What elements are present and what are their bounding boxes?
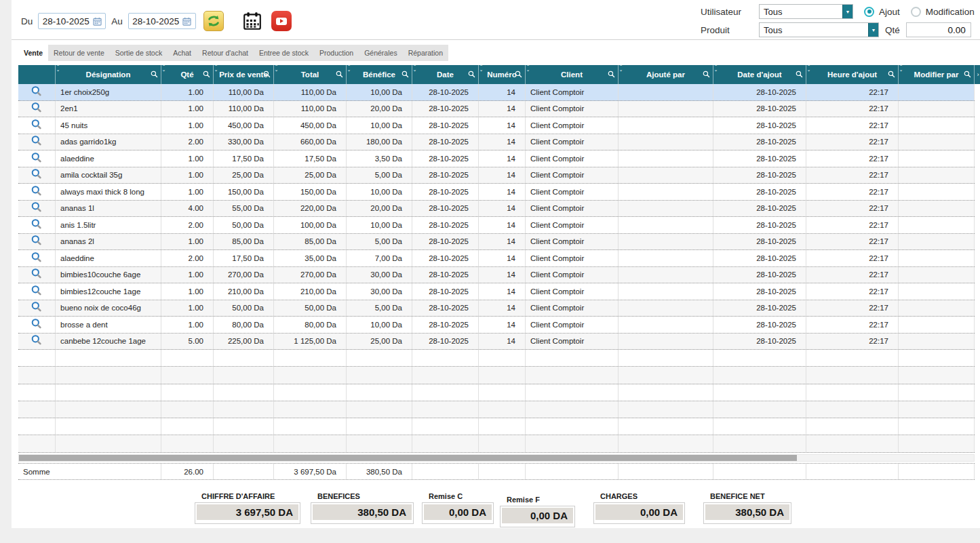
column-header-designation[interactable]: ⌃⌄Désignation bbox=[56, 65, 161, 84]
column-search-icon[interactable] bbox=[608, 71, 615, 79]
row-view-cell[interactable] bbox=[18, 184, 56, 200]
column-header-client[interactable]: ⌃⌄Client bbox=[526, 65, 619, 84]
column-header-ajoute-par[interactable]: ⌃⌄Ajouté par bbox=[619, 65, 713, 84]
row-view-cell[interactable] bbox=[18, 150, 56, 167]
row-view-cell[interactable] bbox=[18, 101, 56, 117]
chevron-down-icon[interactable]: ▼ bbox=[842, 5, 852, 18]
tab-achat[interactable]: Achat bbox=[168, 45, 197, 61]
tab-retour-d-achat[interactable]: Retour d'achat bbox=[197, 45, 254, 61]
tab-vente[interactable]: Vente bbox=[18, 45, 48, 61]
column-header-date-d-ajout[interactable]: ⌃⌄Date d'ajout bbox=[713, 65, 806, 84]
tab-sortie-de-stock[interactable]: Sortie de stock bbox=[110, 45, 168, 61]
column-header-total[interactable]: ⌃⌄Total bbox=[274, 65, 347, 84]
calendar-button[interactable] bbox=[241, 10, 263, 32]
magnifier-icon[interactable] bbox=[31, 168, 43, 182]
column-search-icon[interactable] bbox=[468, 71, 475, 79]
magnifier-icon[interactable] bbox=[31, 102, 43, 115]
table-row[interactable]: canbebe 12couche 1age5.00225,00 Da1 125,… bbox=[18, 334, 975, 350]
magnifier-icon[interactable] bbox=[31, 201, 43, 215]
magnifier-icon[interactable] bbox=[31, 152, 43, 165]
scroll-right-button[interactable]: › bbox=[975, 65, 980, 84]
magnifier-icon[interactable] bbox=[31, 318, 43, 331]
column-search-icon[interactable] bbox=[703, 71, 710, 79]
column-search-icon[interactable] bbox=[263, 71, 271, 79]
column-header-prix-de-vente[interactable]: ⌃⌄Prix de vente bbox=[214, 65, 274, 84]
table-row[interactable]: 1er choix250g1.00110,00 Da110,00 Da10,00… bbox=[18, 84, 975, 101]
row-view-cell[interactable] bbox=[18, 317, 56, 333]
empty-cell bbox=[412, 350, 479, 366]
tab-production[interactable]: Production bbox=[314, 45, 359, 61]
magnifier-icon[interactable] bbox=[31, 252, 43, 265]
column-search-icon[interactable] bbox=[888, 71, 895, 79]
row-view-cell[interactable] bbox=[18, 334, 56, 350]
row-view-cell[interactable] bbox=[18, 234, 56, 250]
table-row[interactable]: anis 1.5litr2.0050,00 Da100,00 Da10,00 D… bbox=[18, 217, 975, 234]
scrollbar-thumb[interactable] bbox=[19, 455, 797, 461]
row-view-cell[interactable] bbox=[18, 300, 56, 317]
column-header-numero[interactable]: ⌃⌄Numéro bbox=[479, 65, 526, 84]
qte-input[interactable] bbox=[906, 22, 971, 37]
produit-select[interactable]: Tous ▼ bbox=[759, 22, 879, 37]
tab-entree-de-stock[interactable]: Entree de stock bbox=[254, 45, 314, 61]
tab-retour-de-vente[interactable]: Retour de vente bbox=[48, 45, 110, 61]
table-row[interactable]: bimbies10couche 6age1.00270,00 Da270,00 … bbox=[18, 267, 975, 284]
column-header-label: Bénéfice bbox=[363, 71, 395, 79]
row-view-cell[interactable] bbox=[18, 283, 56, 300]
row-view-cell[interactable] bbox=[18, 167, 56, 184]
column-search-icon[interactable] bbox=[336, 71, 343, 79]
row-view-cell[interactable] bbox=[18, 250, 56, 266]
row-view-cell[interactable] bbox=[18, 134, 56, 150]
du-date-input[interactable]: 28-10-2025 bbox=[38, 13, 106, 29]
column-header-modifier-par[interactable]: ⌃⌄Modifier par bbox=[899, 65, 975, 84]
horizontal-scrollbar[interactable] bbox=[18, 454, 975, 462]
utilisateur-select[interactable]: Tous ▼ bbox=[759, 4, 853, 19]
row-view-cell[interactable] bbox=[18, 217, 56, 233]
column-search-icon[interactable] bbox=[401, 71, 409, 79]
table-row[interactable]: bueno noix de coco46g1.0050,00 Da50,00 D… bbox=[18, 300, 975, 317]
column-header-benefice[interactable]: ⌃⌄Bénéfice bbox=[347, 65, 412, 84]
tab-generales[interactable]: Générales bbox=[359, 45, 402, 61]
refresh-button[interactable] bbox=[203, 11, 224, 31]
row-view-cell[interactable] bbox=[18, 201, 56, 217]
magnifier-icon[interactable] bbox=[31, 135, 43, 148]
column-header-date[interactable]: ⌃⌄Date bbox=[412, 65, 479, 84]
table-row[interactable]: 2en11.00110,00 Da110,00 Da20,00 Da28-10-… bbox=[18, 101, 975, 118]
magnifier-icon[interactable] bbox=[31, 301, 43, 315]
magnifier-icon[interactable] bbox=[31, 268, 43, 281]
table-row[interactable]: ananas 1l4.0055,00 Da220,00 Da20,00 Da28… bbox=[18, 201, 975, 218]
cell-date-d-ajout: 28-10-2025 bbox=[713, 250, 806, 266]
table-row[interactable]: ananas 2l1.0085,00 Da85,00 Da5,00 Da28-1… bbox=[18, 234, 975, 251]
column-header-qte[interactable]: ⌃⌄Qté bbox=[161, 65, 214, 84]
magnifier-icon[interactable] bbox=[31, 218, 43, 232]
youtube-button[interactable] bbox=[271, 11, 292, 31]
column-header-heure-d-ajout[interactable]: ⌃⌄Heure d'ajout bbox=[806, 65, 899, 84]
magnifier-icon[interactable] bbox=[31, 334, 43, 348]
table-row[interactable]: bimbies12couche 1age1.00210,00 Da210,00 … bbox=[18, 283, 975, 300]
ajout-radio[interactable] bbox=[864, 7, 874, 17]
table-row[interactable]: amila cocktail 35g1.0025,00 Da25,00 Da5,… bbox=[18, 167, 975, 184]
row-view-cell[interactable] bbox=[18, 84, 56, 100]
magnifier-icon[interactable] bbox=[31, 85, 43, 99]
table-row[interactable]: 45 nuits1.00450,00 Da450,00 Da10,00 Da28… bbox=[18, 117, 975, 134]
table-row[interactable]: alaeddine1.0017,50 Da17,50 Da3,50 Da28-1… bbox=[18, 150, 975, 167]
table-row[interactable]: always maxi thick 8 long1.00150,00 Da150… bbox=[18, 184, 975, 201]
magnifier-icon[interactable] bbox=[31, 185, 43, 199]
magnifier-icon[interactable] bbox=[31, 119, 43, 132]
magnifier-icon[interactable] bbox=[31, 235, 43, 248]
chevron-down-icon[interactable]: ▼ bbox=[868, 23, 878, 37]
row-view-cell[interactable] bbox=[18, 267, 56, 283]
table-row[interactable]: brosse a dent1.0080,00 Da80,00 Da10,00 D… bbox=[18, 317, 975, 334]
row-view-cell[interactable] bbox=[18, 117, 56, 134]
au-date-input[interactable]: 28-10-2025 bbox=[128, 13, 196, 29]
modification-radio[interactable] bbox=[911, 7, 921, 17]
column-search-icon[interactable] bbox=[796, 71, 803, 79]
tab-reparation[interactable]: Réparation bbox=[403, 45, 448, 61]
column-search-icon[interactable] bbox=[515, 71, 522, 79]
table-row[interactable]: adas garrido1kg2.00330,00 Da660,00 Da180… bbox=[18, 134, 975, 151]
column-search-icon[interactable] bbox=[964, 71, 971, 79]
table-row[interactable]: alaeddine2.0017,50 Da35,00 Da7,00 Da28-1… bbox=[18, 250, 975, 267]
column-search-icon[interactable] bbox=[151, 71, 158, 79]
magnifier-icon[interactable] bbox=[31, 285, 43, 298]
column-search-icon[interactable] bbox=[203, 71, 210, 79]
sum-empty bbox=[526, 464, 619, 479]
